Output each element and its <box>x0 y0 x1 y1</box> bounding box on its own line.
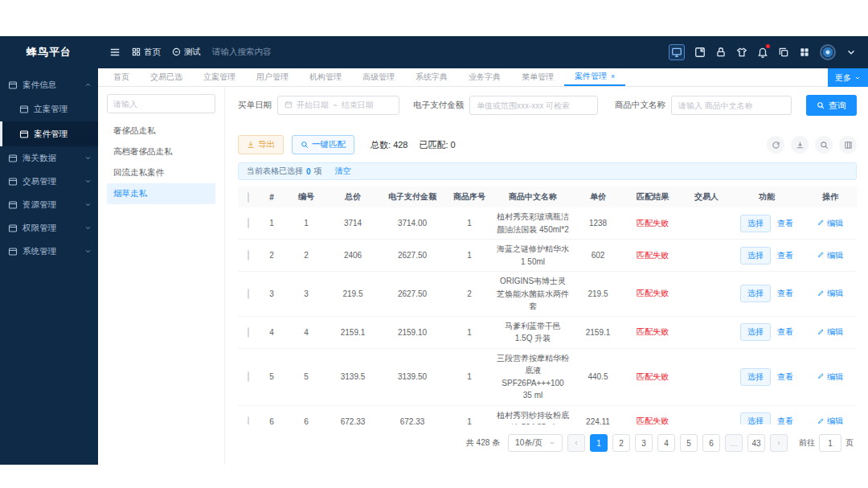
row-checkbox[interactable] <box>248 218 249 228</box>
select-button[interactable]: 选择 <box>740 215 771 232</box>
theme-tshirt-icon[interactable] <box>736 47 747 58</box>
cell-epay-amount: 2159.10 <box>378 328 447 337</box>
next-page-button[interactable] <box>770 434 788 452</box>
chevron-up-icon <box>84 81 92 88</box>
user-avatar[interactable] <box>820 44 836 60</box>
tab-1[interactable]: 交易已选 <box>140 68 193 86</box>
select-button[interactable]: 选择 <box>740 412 771 424</box>
amount-filter-input[interactable] <box>469 96 598 115</box>
column-header: 商品中文名称 <box>492 191 574 203</box>
view-link[interactable]: 查看 <box>777 288 793 299</box>
edit-link[interactable]: 编辑 <box>804 250 857 261</box>
select-button[interactable]: 选择 <box>740 247 771 265</box>
chevron-down-icon[interactable] <box>845 47 857 58</box>
cell-code: 5 <box>285 372 328 381</box>
tab-4[interactable]: 机构管理 <box>299 68 352 86</box>
view-link[interactable]: 查看 <box>777 371 793 383</box>
column-settings-icon[interactable] <box>839 136 857 154</box>
table-row: 1137143714.001植村秀亮彩玻璃瓶洁颜油法国装 450ml*21238… <box>238 207 857 240</box>
row-checkbox[interactable] <box>248 289 249 299</box>
prev-page-button[interactable] <box>567 434 585 452</box>
monitor-icon[interactable] <box>669 44 685 60</box>
sidebar-item-4[interactable]: 权限管理 <box>0 216 98 240</box>
view-link[interactable]: 查看 <box>777 250 793 261</box>
sidebar-item-2[interactable]: 交易管理 <box>0 170 98 193</box>
grid-icon <box>132 47 141 58</box>
copy-layers-icon[interactable] <box>778 47 789 58</box>
one-click-match-label: 一键匹配 <box>312 139 346 150</box>
select-button[interactable]: 选择 <box>740 323 771 341</box>
tab-0[interactable]: 首页 <box>103 68 140 86</box>
select-all-checkbox[interactable] <box>248 192 249 203</box>
page-button-4[interactable]: 4 <box>657 434 675 452</box>
header-search-input[interactable]: 请输入搜索内容 <box>212 47 317 58</box>
one-click-match-button[interactable]: 一键匹配 <box>292 135 354 154</box>
page-button-43[interactable]: 43 <box>747 434 765 452</box>
tab-3[interactable]: 用户管理 <box>246 68 299 86</box>
notification-bell-icon[interactable] <box>757 47 768 58</box>
close-icon[interactable]: × <box>611 73 615 80</box>
sidebar-item-5[interactable]: 系统管理 <box>0 240 98 263</box>
breadcrumb-test[interactable]: 测试 <box>172 47 201 58</box>
goto-page-input[interactable] <box>819 434 841 452</box>
page-button-1[interactable]: 1 <box>590 434 608 452</box>
page-button-2[interactable]: 2 <box>612 434 630 452</box>
edit-link[interactable]: 编辑 <box>804 416 857 424</box>
cell-seq: 1 <box>447 372 492 381</box>
sidebar-subitem-0-0[interactable]: 立案管理 <box>0 96 98 121</box>
search-icon[interactable] <box>815 136 833 154</box>
lock-icon[interactable] <box>715 47 727 58</box>
tab-7[interactable]: 业务字典 <box>458 68 511 86</box>
category-item-3[interactable]: 烟草走私 <box>107 183 215 204</box>
sidebar-item-1[interactable]: 海关数据 <box>0 146 98 170</box>
page-button-3[interactable]: 3 <box>635 434 653 452</box>
select-button[interactable]: 选择 <box>740 285 771 302</box>
hamburger-menu-icon[interactable] <box>109 47 121 58</box>
row-checkbox[interactable] <box>248 416 249 425</box>
tab-8[interactable]: 菜单管理 <box>511 68 564 86</box>
row-checkbox[interactable] <box>248 327 249 338</box>
tab-9[interactable]: 案件管理× <box>564 68 625 86</box>
breadcrumb-home[interactable]: 首页 <box>132 47 161 58</box>
page-button-6[interactable]: 6 <box>702 434 720 452</box>
tab-2[interactable]: 立案管理 <box>193 68 246 86</box>
category-item-1[interactable]: 高档奢侈品走私 <box>107 141 215 162</box>
edit-link[interactable]: 编辑 <box>804 218 857 229</box>
clear-selection-link[interactable]: 清空 <box>335 166 351 177</box>
name-filter-input[interactable] <box>671 96 792 115</box>
row-checkbox[interactable] <box>248 371 249 382</box>
category-search-input[interactable] <box>107 94 215 113</box>
sidebar-subitem-0-1[interactable]: 案件管理 <box>0 121 98 146</box>
cell-match-result: 匹配失败 <box>622 288 683 299</box>
category-item-2[interactable]: 回流走私案件 <box>107 162 215 183</box>
query-button[interactable]: 查询 <box>806 95 857 116</box>
view-link[interactable]: 查看 <box>777 326 793 338</box>
edit-link[interactable]: 编辑 <box>804 371 857 383</box>
row-checkbox[interactable] <box>248 250 249 260</box>
cell-match-result: 匹配失败 <box>622 371 683 383</box>
download-icon[interactable] <box>791 136 809 154</box>
edit-link[interactable]: 编辑 <box>804 326 857 338</box>
view-link[interactable]: 查看 <box>777 218 793 229</box>
cell-product-name: 三段营养按摩精华粉底液SPF26PA+++100 35 ml <box>492 349 574 405</box>
table-action-icons <box>767 136 857 154</box>
edit-link[interactable]: 编辑 <box>804 288 857 299</box>
view-link[interactable]: 查看 <box>777 416 793 424</box>
tab-5[interactable]: 高级管理 <box>352 68 405 86</box>
page-button-5[interactable]: 5 <box>680 434 698 452</box>
apps-grid-icon[interactable] <box>799 47 810 58</box>
more-button[interactable]: 更多 <box>828 68 868 87</box>
cell-index: 5 <box>259 372 285 381</box>
category-item-0[interactable]: 奢侈品走私 <box>107 121 215 141</box>
page-size-select[interactable]: 10条/页 <box>508 434 563 452</box>
date-range-picker[interactable]: 开始日期 ~ 结束日期 <box>277 96 399 115</box>
screenshot-icon[interactable] <box>694 47 706 58</box>
refresh-icon[interactable] <box>767 136 784 154</box>
export-button[interactable]: 导出 <box>238 135 284 154</box>
tab-6[interactable]: 系统字典 <box>405 68 458 86</box>
tab-label: 系统字典 <box>416 72 448 83</box>
content-area: 奢侈品走私高档奢侈品走私回流走私案件烟草走私 买单日期 开始日期 ~ 结束日期 … <box>98 87 868 465</box>
select-button[interactable]: 选择 <box>740 368 771 386</box>
sidebar-item-0[interactable]: 案件信息 <box>0 73 98 96</box>
sidebar-item-3[interactable]: 资源管理 <box>0 193 98 216</box>
